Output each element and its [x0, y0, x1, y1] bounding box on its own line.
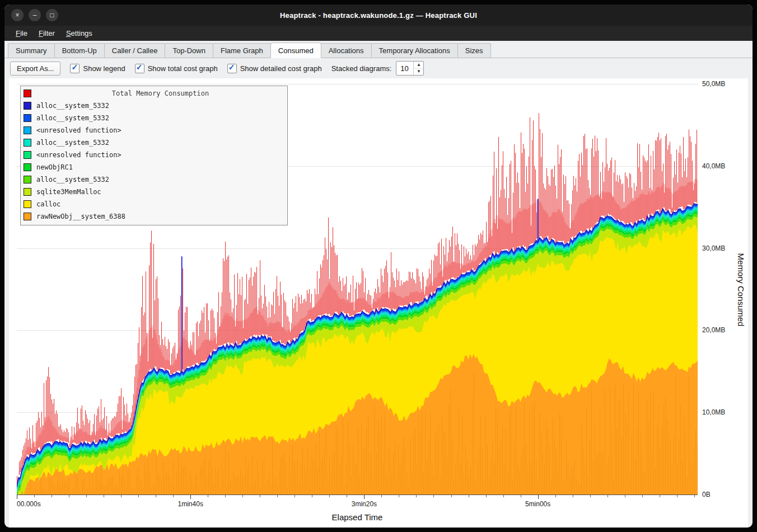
titlebar[interactable]: × – □ Heaptrack - heaptrack.wakunode.1.g…: [4, 4, 753, 26]
checkbox-box[interactable]: ✓: [227, 64, 237, 73]
x-axis-tick: [156, 495, 156, 497]
toolbar: Export As... ✓ Show legend ✓ Show total …: [4, 58, 753, 78]
legend-item-label: alloc__system_5332: [36, 176, 109, 183]
consumed-chart-region: Total Memory Consumptionalloc__system_53…: [9, 78, 748, 528]
window-title: Heaptrack - heaptrack.wakunode.1.gz — He…: [4, 11, 753, 20]
spinbox-increment-icon[interactable]: ▲: [414, 62, 423, 69]
legend-item: calloc: [24, 198, 284, 210]
legend-title-row: Total Memory Consumption: [24, 87, 284, 100]
show-total-cost-graph-checkbox[interactable]: ✓ Show total cost graph: [135, 64, 218, 73]
legend-item-swatch: [24, 126, 31, 134]
x-axis-tick-label: 5min00s: [525, 500, 550, 508]
tab-caller-callee[interactable]: Caller / Callee: [104, 43, 166, 58]
tab-allocations[interactable]: Allocations: [321, 43, 372, 58]
tab-consumed[interactable]: Consumed: [270, 43, 321, 58]
spinbox-decrement-icon[interactable]: ▼: [414, 69, 423, 76]
y-axis-gutter: Memory Consumed 0B10,0MB20,0MB30,0MB40,0…: [698, 84, 746, 495]
x-axis-tick: [677, 495, 677, 497]
x-axis-tick: [660, 495, 660, 497]
legend-item-swatch: [24, 176, 31, 183]
x-axis-tick: [17, 495, 17, 499]
x-axis-tick: [34, 495, 35, 497]
y-axis-tick-label: 30,0MB: [702, 244, 725, 252]
chart-legend: Total Memory Consumptionalloc__system_53…: [20, 86, 288, 225]
legend-item: alloc__system_5332: [24, 173, 284, 186]
x-axis-tick: [295, 495, 295, 497]
check-icon: ✓: [136, 63, 143, 72]
close-icon: ×: [15, 12, 19, 18]
menu-file[interactable]: File: [10, 27, 33, 39]
heaptrack-window: × – □ Heaptrack - heaptrack.wakunode.1.g…: [4, 4, 753, 528]
tab-top-down[interactable]: Top-Down: [165, 43, 213, 58]
x-axis-tick: [190, 495, 191, 499]
x-axis-tick-label: 3min20s: [352, 500, 377, 508]
show-detailed-cost-graph-checkbox[interactable]: ✓ Show detailed cost graph: [227, 64, 322, 73]
tab-sizes[interactable]: Sizes: [457, 43, 491, 58]
minimize-icon: –: [33, 12, 37, 18]
minimize-button[interactable]: –: [29, 9, 41, 21]
x-axis-tick: [503, 495, 504, 497]
tab-summary[interactable]: Summary: [8, 43, 55, 58]
checkbox-label: Show detailed cost graph: [240, 64, 322, 73]
checkbox-box[interactable]: ✓: [135, 64, 144, 73]
legend-item-swatch: [24, 200, 31, 208]
export-as-button[interactable]: Export As...: [10, 62, 60, 76]
x-axis-tick: [242, 495, 243, 497]
legend-item-swatch: [24, 102, 31, 110]
legend-total-swatch: [24, 90, 31, 97]
close-button[interactable]: ×: [11, 9, 24, 21]
x-axis-gutter: 00.000s1min40s3min20s5min00s: [17, 495, 698, 509]
legend-item: alloc__system_5332: [24, 100, 284, 112]
x-axis-tick-label: 00.000s: [17, 500, 41, 508]
x-axis-tick: [69, 495, 69, 497]
x-axis-tick: [329, 495, 330, 497]
maximize-icon: □: [50, 12, 54, 18]
y-axis-title: Memory Consumed: [736, 253, 746, 326]
y-axis-tick-label: 40,0MB: [702, 162, 725, 170]
x-axis-tick: [138, 495, 139, 497]
legend-item: <unresolved function>: [24, 149, 284, 161]
checkbox-box[interactable]: ✓: [70, 64, 80, 73]
x-axis-tick: [86, 495, 87, 497]
check-icon: ✓: [71, 63, 78, 72]
x-axis-tick: [451, 495, 452, 497]
y-axis-tick-label: 0B: [702, 491, 711, 498]
legend-item-swatch: [24, 114, 31, 122]
y-axis-tick-label: 20,0MB: [702, 326, 725, 334]
x-axis-tick: [347, 495, 347, 497]
x-axis-tick: [469, 495, 469, 497]
memory-consumption-plot[interactable]: Total Memory Consumptionalloc__system_53…: [17, 84, 698, 495]
x-axis-tick: [486, 495, 487, 497]
legend-item-swatch: [24, 163, 31, 171]
x-axis-tick: [121, 495, 122, 497]
y-axis-tick-label: 50,0MB: [702, 80, 725, 88]
legend-item: <unresolved function>: [24, 124, 284, 136]
stacked-diagrams-spinbox[interactable]: 10 ▲ ▼: [396, 61, 424, 76]
spinbox-value[interactable]: 10: [396, 62, 413, 75]
x-axis-tick: [625, 495, 625, 497]
menu-filter[interactable]: Filter: [33, 27, 60, 39]
x-axis-tick: [608, 495, 608, 497]
x-axis-tick: [399, 495, 399, 497]
checkbox-label: Show legend: [83, 64, 125, 73]
x-axis-tick: [104, 495, 104, 497]
x-axis-tick: [642, 495, 643, 497]
x-axis-tick: [260, 495, 260, 497]
x-axis-tick: [416, 495, 417, 497]
maximize-button[interactable]: □: [46, 9, 58, 21]
x-axis-tick: [52, 495, 52, 497]
x-axis-tick: [590, 495, 591, 497]
legend-item: alloc__system_5332: [24, 112, 284, 124]
legend-item-label: alloc__system_5332: [36, 102, 109, 110]
show-legend-checkbox[interactable]: ✓ Show legend: [70, 64, 125, 73]
tab-flame-graph[interactable]: Flame Graph: [213, 43, 271, 58]
tab-bottom-up[interactable]: Bottom-Up: [54, 43, 105, 58]
x-axis-tick: [521, 495, 521, 497]
window-controls: × – □: [11, 9, 63, 21]
legend-item-label: newObjRC1: [36, 163, 73, 171]
tab-temporary-allocations[interactable]: Temporary Allocations: [371, 43, 458, 58]
legend-item-label: <unresolved function>: [36, 126, 122, 134]
menu-settings[interactable]: Settings: [60, 27, 98, 39]
checkbox-label: Show total cost graph: [148, 64, 218, 73]
tab-bar: Summary Bottom-Up Caller / Callee Top-Do…: [4, 41, 753, 58]
